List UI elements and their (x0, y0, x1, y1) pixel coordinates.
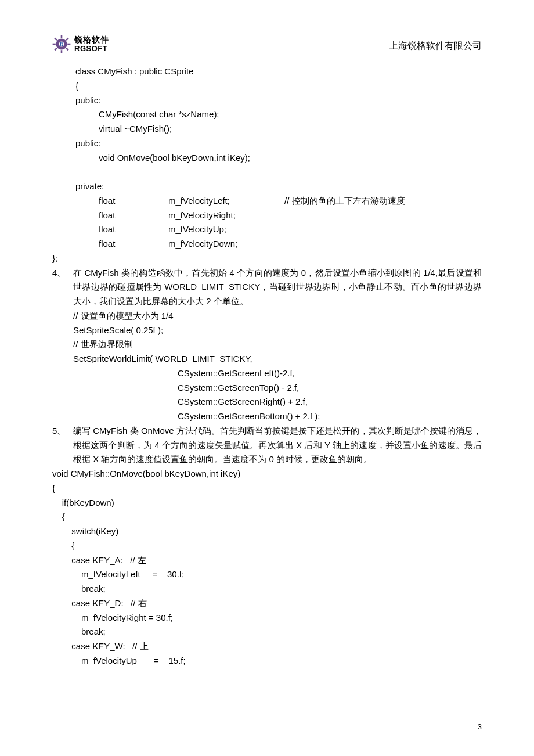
page-number: 3 (478, 721, 482, 733)
code-line: // 世界边界限制 (73, 337, 482, 352)
svg-rect-6 (66, 48, 68, 51)
code-line: CSystem::GetScreenLeft()-2.f, (73, 366, 482, 381)
code-line: virtual ~CMyFish(); (75, 122, 482, 136)
list-label: 4、 (52, 266, 73, 424)
code-constructor: // 设置鱼的模型大小为 1/4 SetSpriteScale( 0.25f )… (73, 309, 482, 424)
code-line: CSystem::GetScreenBottom() + 2.f ); (73, 409, 482, 424)
code-line: class CMyFish : public CSprite (75, 64, 482, 79)
code-line: private: (75, 179, 482, 194)
page: R 锐格软件 RGSOFT 上海锐格软件有限公司 class CMyFish :… (0, 0, 534, 756)
code-line: float m_fVelocityLeft; // 控制的鱼的上下左右游动速度 (75, 194, 482, 208)
logo-text: 锐格软件 RGSOFT (74, 35, 109, 53)
logo-name-cn: 锐格软件 (74, 35, 109, 44)
document-body: class CMyFish : public CSprite { public:… (52, 64, 482, 668)
code-line: public: (75, 93, 482, 108)
code-line: public: (75, 136, 482, 151)
svg-rect-7 (54, 48, 57, 51)
code-line: void OnMove(bool bKeyDown,int iKey); (75, 151, 482, 165)
company-name: 上海锐格软件有限公司 (389, 38, 482, 53)
gear-icon: R (52, 35, 71, 53)
code-line: }; (52, 251, 482, 266)
svg-text:R: R (59, 40, 63, 47)
svg-rect-8 (66, 38, 68, 41)
svg-rect-5 (54, 38, 57, 41)
code-line: CSystem::GetScreenTop() - 2.f, (73, 381, 482, 395)
code-class-def: class CMyFish : public CSprite { public:… (75, 64, 482, 251)
list-item-4: 4、 在 CMyFish 类的构造函数中，首先初始 4 个方向的速度为 0，然后… (52, 266, 482, 424)
code-line: float m_fVelocityRight; (75, 208, 482, 223)
page-header: R 锐格软件 RGSOFT 上海锐格软件有限公司 (52, 35, 482, 56)
svg-rect-3 (53, 44, 56, 45)
code-line: CMyFish(const char *szName); (75, 107, 482, 122)
code-line: SetSpriteScale( 0.25f ); (73, 323, 482, 338)
svg-rect-4 (67, 44, 70, 45)
code-line: float m_fVelocityDown; (75, 237, 482, 251)
list-label: 5、 (52, 424, 73, 467)
code-line: // 设置鱼的模型大小为 1/4 (73, 309, 482, 323)
code-line: SetSpriteWorldLimit( WORLD_LIMIT_STICKY, (73, 352, 482, 366)
logo-name-en: RGSOFT (74, 45, 109, 53)
list-body: 在 CMyFish 类的构造函数中，首先初始 4 个方向的速度为 0，然后设置小… (73, 266, 482, 424)
list-body: 编写 CMyFish 类 OnMove 方法代码。首先判断当前按键是按下还是松开… (73, 424, 482, 467)
svg-rect-2 (61, 50, 63, 53)
svg-rect-1 (61, 35, 63, 38)
code-onmove: void CMyFish::OnMove(bool bKeyDown,int i… (52, 467, 482, 668)
list-item-5: 5、 编写 CMyFish 类 OnMove 方法代码。首先判断当前按键是按下还… (52, 424, 482, 467)
logo: R 锐格软件 RGSOFT (52, 35, 109, 53)
code-line: { (75, 79, 482, 93)
code-line: CSystem::GetScreenRight() + 2.f, (73, 395, 482, 409)
blank-line (75, 165, 482, 179)
code-line: float m_fVelocityUp; (75, 222, 482, 237)
